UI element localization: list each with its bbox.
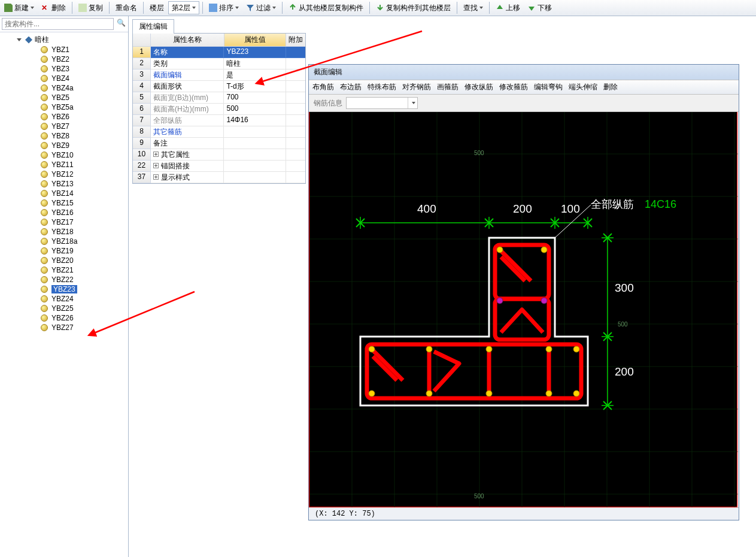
attr-add[interactable] [286, 149, 305, 161]
section-tool[interactable]: 布边筋 [340, 82, 362, 92]
attr-value[interactable] [224, 138, 286, 149]
attr-add[interactable] [286, 115, 305, 126]
svg-point-52 [486, 346, 492, 352]
tree-item-ybz20[interactable]: YBZ20 [17, 256, 128, 265]
copy-to-other-button[interactable]: 复制构件到其他楼层 [373, 1, 454, 14]
tree-item-ybz21[interactable]: YBZ21 [17, 265, 128, 275]
find-button[interactable]: 查找 [460, 1, 486, 14]
tree-item-ybz18[interactable]: YBZ18 [17, 227, 128, 237]
attr-row-5[interactable]: 5截面宽(B边)(mm)700 [133, 92, 305, 104]
attr-add[interactable] [286, 47, 305, 58]
attr-row-7[interactable]: 7全部纵筋14Φ16 [133, 115, 305, 126]
attr-add[interactable] [286, 104, 305, 115]
tree-item-ybz5a[interactable]: YBZ5a [17, 102, 128, 112]
tree-item-ybz11[interactable]: YBZ11 [17, 160, 128, 169]
delete-button[interactable]: ✕删除 [38, 1, 69, 14]
tree-item-ybz12[interactable]: YBZ12 [17, 169, 128, 179]
search-icon[interactable]: 🔍 [116, 19, 126, 29]
section-tool[interactable]: 编辑弯钩 [534, 82, 563, 92]
tree-item-ybz19[interactable]: YBZ19 [17, 246, 128, 256]
tree-item-ybz7[interactable]: YBZ7 [17, 122, 128, 131]
section-tool[interactable]: 修改纵筋 [464, 82, 493, 92]
expand-icon[interactable] [153, 163, 159, 168]
tree-root[interactable]: 暗柱 [17, 35, 128, 45]
section-canvas[interactable]: 500 500 500 [309, 112, 737, 507]
attr-row-2[interactable]: 2类别暗柱 [133, 58, 305, 69]
copy-from-other-button[interactable]: 从其他楼层复制构件 [286, 1, 366, 14]
attr-add[interactable] [286, 81, 305, 92]
tab-attr-edit[interactable]: 属性编辑 [132, 19, 174, 34]
tree-item-ybz27[interactable]: YBZ27 [17, 323, 128, 332]
section-tool[interactable]: 画箍筋 [437, 82, 459, 92]
tree-item-ybz10[interactable]: YBZ10 [17, 150, 128, 160]
search-input[interactable] [2, 18, 114, 30]
tree-item-ybz6[interactable]: YBZ6 [17, 112, 128, 122]
tree-item-ybz5[interactable]: YBZ5 [17, 93, 128, 102]
attr-add[interactable] [286, 172, 305, 183]
move-down-button[interactable]: 下移 [524, 1, 555, 14]
attr-row-4[interactable]: 4截面形状T-d形 [133, 81, 305, 92]
attr-value[interactable] [224, 149, 286, 161]
rebar-info-combo[interactable] [346, 97, 418, 109]
move-up-button[interactable]: 上移 [493, 1, 523, 14]
tree-item-ybz4[interactable]: YBZ4 [17, 74, 128, 83]
attr-add[interactable] [286, 92, 305, 104]
attr-add[interactable] [286, 161, 305, 172]
attr-row-1[interactable]: 1名称YBZ23 [133, 47, 305, 58]
section-tool[interactable]: 对齐钢筋 [402, 82, 431, 92]
attr-value[interactable]: 暗柱 [224, 58, 286, 69]
section-tool[interactable]: 删除 [603, 82, 618, 92]
tree-item-ybz17[interactable]: YBZ17 [17, 217, 128, 227]
filter-button[interactable]: 过滤 [243, 1, 279, 14]
attr-row-6[interactable]: 6截面高(H边)(mm)500 [133, 104, 305, 115]
tree-item-ybz14[interactable]: YBZ14 [17, 189, 128, 198]
tree-item-ybz25[interactable]: YBZ25 [17, 304, 128, 313]
attr-value[interactable] [224, 161, 286, 172]
tree-item-ybz4a[interactable]: YBZ4a [17, 83, 128, 93]
attr-value[interactable] [224, 172, 286, 183]
attr-value[interactable]: T-d形 [224, 81, 286, 92]
tree-item-ybz24[interactable]: YBZ24 [17, 294, 128, 304]
tree-item-ybz3[interactable]: YBZ3 [17, 64, 128, 74]
attr-value[interactable]: 700 [224, 92, 286, 104]
attr-row-3[interactable]: 3截面编辑是 [133, 69, 305, 81]
tree-item-ybz13[interactable]: YBZ13 [17, 179, 128, 189]
attr-row-10[interactable]: 10其它属性 [133, 149, 305, 161]
attr-value[interactable]: 14Φ16 [224, 115, 286, 126]
tree-item-ybz15[interactable]: YBZ15 [17, 198, 128, 208]
component-icon [41, 152, 48, 159]
section-tool[interactable]: 修改箍筋 [499, 82, 528, 92]
attr-add[interactable] [286, 69, 305, 81]
section-tool[interactable]: 特殊布筋 [368, 82, 396, 92]
attr-row-8[interactable]: 8其它箍筋 [133, 126, 305, 138]
attr-row-37[interactable]: 37显示样式 [133, 172, 305, 183]
expand-icon[interactable] [153, 174, 159, 180]
attr-add[interactable] [286, 58, 305, 69]
attr-value[interactable]: YBZ23 [224, 47, 286, 58]
attr-value[interactable] [224, 126, 286, 138]
attr-value[interactable]: 500 [224, 104, 286, 115]
tree-item-ybz8[interactable]: YBZ8 [17, 131, 128, 141]
tree[interactable]: 暗柱 YBZ1YBZ2YBZ3YBZ4YBZ4aYBZ5YBZ5aYBZ6YBZ… [0, 32, 128, 557]
copy-button[interactable]: 复制 [75, 1, 106, 14]
sort-button[interactable]: 排序 [206, 1, 242, 14]
attr-row-9[interactable]: 9备注 [133, 138, 305, 149]
attr-add[interactable] [286, 126, 305, 138]
tree-item-ybz23[interactable]: YBZ23 [17, 284, 128, 294]
tree-item-ybz9[interactable]: YBZ9 [17, 141, 128, 150]
attr-row-22[interactable]: 22锚固搭接 [133, 161, 305, 172]
tree-item-ybz2[interactable]: YBZ2 [17, 55, 128, 64]
rename-button[interactable]: 重命名 [113, 1, 140, 14]
floor-select[interactable]: 第2层 [168, 1, 199, 14]
attr-add[interactable] [286, 138, 305, 149]
new-button[interactable]: 新建 [1, 1, 37, 14]
section-tool[interactable]: 布角筋 [312, 82, 334, 92]
tree-item-ybz22[interactable]: YBZ22 [17, 275, 128, 284]
expand-icon[interactable] [153, 152, 159, 157]
attr-value[interactable]: 是 [224, 69, 286, 81]
tree-item-ybz18a[interactable]: YBZ18a [17, 237, 128, 246]
tree-item-ybz26[interactable]: YBZ26 [17, 313, 128, 323]
tree-item-ybz1[interactable]: YBZ1 [17, 45, 128, 55]
tree-item-ybz16[interactable]: YBZ16 [17, 208, 128, 217]
section-tool[interactable]: 端头伸缩 [569, 82, 597, 92]
